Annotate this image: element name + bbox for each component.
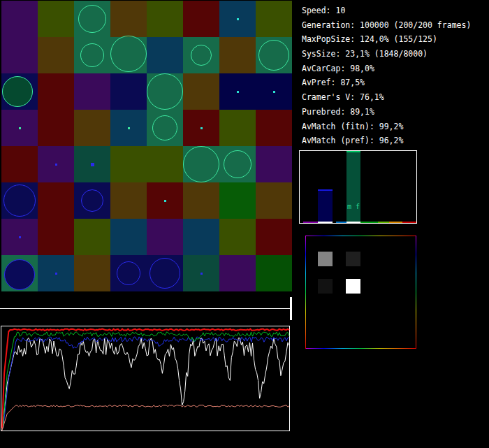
- hue-axis-segment: [303, 222, 318, 223]
- stat-line: AvMatch (fitn): 99,2%: [302, 120, 471, 134]
- bar-top-cap: [346, 151, 360, 152]
- organism-circle: [80, 43, 104, 67]
- population-bar-chart: m f: [299, 150, 417, 224]
- stat-line: AvPref: 87,5%: [302, 75, 471, 90]
- organism-dot: [164, 200, 166, 202]
- organism-dot: [237, 91, 239, 93]
- hue-axis: [300, 222, 416, 223]
- white-trace: [3, 338, 289, 429]
- splitter-handle[interactable]: [290, 297, 292, 320]
- rainbow-border-left: [305, 236, 306, 349]
- red-trace: [2, 329, 289, 428]
- hue-axis-segment: [360, 222, 378, 223]
- history-line-chart: [1, 326, 290, 431]
- bar-sex-label: m f: [346, 203, 360, 210]
- salmon-trace: [2, 405, 289, 431]
- organism-circle: [110, 36, 147, 72]
- grid-cell: [183, 182, 219, 219]
- organism-circle: [258, 40, 289, 71]
- organism-circle: [152, 115, 177, 140]
- grid-cell: [256, 219, 292, 255]
- stat-line: Purebred: 89,1%: [302, 105, 471, 120]
- organism-dot: [200, 127, 203, 129]
- grid-cell: [1, 146, 38, 182]
- hue-axis-segment: [389, 222, 402, 223]
- stat-line: MaxPopSize: 124,0% (155/125): [302, 32, 471, 47]
- matrix-cell: [346, 252, 360, 266]
- grid-cell: [219, 110, 256, 146]
- matrix-cell: [318, 279, 333, 294]
- organism-circle: [147, 73, 183, 110]
- grid-cell: [147, 37, 183, 73]
- grid-cell: [110, 73, 147, 110]
- stat-line: Cramer's V: 76,1%: [302, 90, 471, 105]
- world-grid: [1, 1, 292, 291]
- organism-circle: [117, 261, 140, 285]
- matrix-cell: [346, 279, 360, 294]
- grid-cell: [147, 146, 183, 182]
- organism-dot: [200, 273, 203, 275]
- grid-cell: [256, 146, 292, 182]
- hue-axis-segment: [346, 222, 360, 223]
- stat-line: AvCarCap: 98,0%: [302, 62, 471, 76]
- grid-cell: [38, 219, 74, 255]
- chart-border: [1, 326, 290, 431]
- organism-dot: [91, 163, 94, 166]
- grid-cell: [256, 110, 292, 146]
- organism-circle: [191, 45, 212, 66]
- population-bar: m f: [346, 151, 360, 222]
- grid-cell: [38, 182, 74, 219]
- grid-cell: [147, 1, 183, 37]
- rainbow-border-right: [416, 236, 416, 349]
- matrix-cell: [318, 252, 333, 266]
- hue-axis-segment: [402, 222, 416, 223]
- organism-circle: [2, 76, 33, 107]
- grid-cell: [38, 110, 74, 146]
- grid-cell: [110, 219, 147, 255]
- grid-cell: [183, 73, 219, 110]
- hue-axis-segment: [336, 222, 346, 223]
- grid-cell: [147, 219, 183, 255]
- population-bar: [318, 189, 333, 222]
- grid-cell: [74, 73, 110, 110]
- organism-dot: [55, 164, 57, 166]
- grid-cell: [183, 1, 219, 37]
- stats-panel: Speed: 10Generation: 100000 (200/200 fra…: [302, 3, 471, 148]
- grid-cell: [219, 219, 256, 255]
- stat-line: Generation: 100000 (200/200 frames): [302, 18, 471, 33]
- grid-cell: [38, 37, 74, 73]
- grid-cell: [74, 255, 110, 291]
- grid-cell: [110, 146, 147, 182]
- grid-cell: [219, 255, 256, 291]
- stat-line: Speed: 10: [302, 3, 471, 18]
- organism-circle: [149, 258, 180, 289]
- organism-circle: [4, 259, 35, 290]
- organism-dot: [19, 236, 21, 238]
- rainbow-border-top: [305, 236, 416, 236]
- grid-cell: [256, 255, 292, 291]
- organism-dot: [273, 91, 275, 93]
- organism-dot: [55, 273, 57, 275]
- grid-cell: [74, 219, 110, 255]
- organism-circle: [3, 185, 36, 217]
- grid-cell: [110, 182, 147, 219]
- stat-line: AvMatch (pref): 96,2%: [302, 133, 471, 148]
- grid-cell: [110, 1, 147, 37]
- organism-dot: [19, 127, 21, 129]
- grid-cell: [38, 73, 74, 110]
- grid-cell: [1, 1, 38, 37]
- grid-cell: [183, 219, 219, 255]
- simulation-window: Speed: 10Generation: 100000 (200/200 fra…: [0, 0, 489, 448]
- bar-top-cap: [318, 189, 333, 191]
- grid-cell: [1, 37, 38, 73]
- grid-cell: [219, 182, 256, 219]
- pairing-matrix: [305, 236, 416, 349]
- grid-cell: [74, 110, 110, 146]
- stat-line: SysSize: 23,1% (1848/8000): [302, 47, 471, 62]
- organism-circle: [224, 150, 251, 178]
- organism-circle: [81, 189, 103, 212]
- grid-cell: [38, 1, 74, 37]
- organism-dot: [128, 127, 130, 129]
- rainbow-border-bottom: [305, 348, 416, 349]
- grid-cell: [219, 37, 256, 73]
